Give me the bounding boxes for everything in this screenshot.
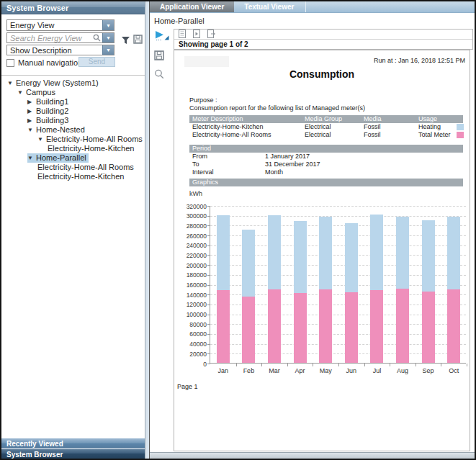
bar-jun[interactable] [345,223,358,363]
bar-jan[interactable] [217,215,230,363]
run-report-icon[interactable] [154,30,174,45]
page-export-icon[interactable] [207,28,216,41]
tree-item-inner[interactable]: Electricity-Home-Kitchen [48,144,136,153]
chart-plot-area: 0200004000060000800001000001200001400001… [210,206,466,364]
system-browser-header[interactable]: System Browser [1,1,145,14]
tree-item-electricity-home-kitchen[interactable]: Electricity-Home-Kitchen [1,144,145,153]
meter-table-body: Electricity-Home-KitchenElectricalFossil… [189,123,463,139]
chevron-down-icon[interactable]: ▼ [102,45,114,55]
save-icon[interactable] [154,50,174,63]
bar-apr[interactable] [294,221,307,363]
recently-viewed-bar[interactable]: Recently Viewed [1,438,145,448]
selected-node-label: Home-Parallel [154,17,205,25]
y-tick-label: 20000 [176,351,207,358]
meter-cell: Electrical [305,131,364,139]
x-tick-mark [364,364,365,366]
x-tick-label: Oct [441,367,467,374]
bar-oct[interactable] [447,217,460,363]
manual-navigation-checkbox[interactable] [6,59,14,67]
bar-jul[interactable] [370,215,383,363]
tree-item-building3[interactable]: ▶Building3 [1,116,145,125]
expand-icon[interactable]: ▶ [27,107,36,116]
tree-item-inner[interactable]: ▼Energy View (System1) [7,78,101,88]
horizontal-scrollbar[interactable] [150,452,475,459]
y-tick-label: 300000 [176,212,207,220]
tree: ▼Energy View (System1)▼Campus▶Building1▶… [1,78,145,434]
view-selector-dropdown[interactable]: Energy View ▼ [6,19,114,31]
tree-item-building2[interactable]: ▶Building2 [1,107,145,116]
tree-item-label: Electricity-Home-All Rooms [37,163,134,171]
tree-item-electricity-home-all-rooms[interactable]: Electricity-Home-All Rooms [1,163,145,172]
bar-aug[interactable] [396,217,409,363]
bar-may[interactable] [319,217,332,363]
save-filter-icon[interactable] [133,34,143,47]
tree-item-building1[interactable]: ▶Building1 [1,97,145,107]
tree-item-inner[interactable]: Electricity-Home-Kitchen [37,172,126,181]
tree-item-inner[interactable]: ▶Building2 [27,107,71,116]
search-icon[interactable] [93,34,101,42]
bar-segment-electricity-home-all-rooms [447,289,460,363]
page-icon[interactable] [179,28,186,41]
tree-item-inner[interactable]: ▶Building3 [27,116,71,125]
tree-item-energy-view-system1[interactable]: ▼Energy View (System1) [1,78,145,88]
collapse-icon[interactable]: ▼ [7,78,16,88]
chevron-down-icon[interactable]: ▼ [102,33,114,42]
tab-separator [305,1,306,12]
search-box[interactable]: ▼ [6,32,114,43]
bar-segment-electricity-home-all-rooms [422,292,435,363]
zoom-icon[interactable] [154,69,174,82]
tree-item-home-parallel[interactable]: ▼Home-Parallel [1,153,145,163]
tree-item-inner[interactable]: ▼Home-Parallel [27,153,89,163]
tree-item-inner[interactable]: ▼Campus [17,88,58,97]
x-tick-mark [236,364,237,366]
bar-segment-electricity-home-kitchen [294,221,307,293]
tab-application-viewer[interactable]: Application Viewer [150,1,234,12]
expand-icon[interactable]: ▶ [27,116,36,125]
tree-item-inner[interactable]: ▶Building1 [27,97,71,107]
tree-item-electricity-home-all-rooms[interactable]: ▼Electricity-Home-All Rooms [1,135,145,144]
tree-item-label: Home-Nested [36,125,85,134]
filter-icon[interactable] [121,35,130,48]
x-tick-label: Jul [364,367,390,374]
tree-item-campus[interactable]: ▼Campus [1,88,145,97]
y-axis-unit-label: kWh [189,190,202,197]
x-tick-mark [390,364,390,366]
x-tick-mark [338,364,339,366]
page-play-icon[interactable] [193,28,200,41]
chevron-down-icon[interactable]: ▼ [102,20,114,30]
meter-cell: Electricity-Home-Kitchen [189,123,305,131]
collapse-icon[interactable]: ▼ [17,88,26,97]
tree-item-inner[interactable]: Electricity-Home-All Rooms [37,163,136,172]
y-tick-mark [207,216,210,217]
description-selector-dropdown[interactable]: Show Description ▼ [6,45,114,55]
collapse-icon[interactable]: ▼ [27,125,36,135]
system-browser-bar[interactable]: System Browser [1,448,145,459]
panel-splitter[interactable] [145,1,150,459]
collapse-icon[interactable]: ▼ [27,153,36,163]
meter-table: Meter DescriptionMedia GroupMediaUsage E… [189,115,463,139]
x-tick-label: May [313,367,338,374]
expand-icon[interactable]: ▶ [27,97,36,107]
description-selector-value: Show Description [7,46,102,55]
bar-mar[interactable] [268,215,281,363]
bar-segment-electricity-home-all-rooms [217,290,230,363]
period-section: Period From1 January 2017To31 December 2… [189,145,463,176]
tab-textual-viewer[interactable]: Textual Viewer [234,1,304,12]
search-input[interactable] [7,34,93,42]
tree-item-inner[interactable]: ▼Home-Nested [27,125,87,135]
x-tick-mark [467,364,467,366]
send-button[interactable]: Send [78,57,115,67]
tree-item-home-nested[interactable]: ▼Home-Nested [1,125,145,135]
tree-item-electricity-home-kitchen[interactable]: Electricity-Home-Kitchen [1,172,145,181]
report-title: Consumption [174,68,470,80]
bar-sep[interactable] [422,220,435,363]
view-selector-value: Energy View [7,21,102,30]
bar-feb[interactable] [242,230,255,363]
tree-item-inner[interactable]: ▼Electricity-Home-All Rooms [37,135,145,144]
tree-item-label: Building3 [36,116,68,125]
collapse-icon[interactable]: ▼ [37,135,46,144]
y-tick-mark [207,265,210,266]
x-tick-label: Sep [416,367,441,374]
meter-table-header: Meter DescriptionMedia GroupMediaUsage [189,115,463,123]
y-tick-mark [207,245,210,246]
